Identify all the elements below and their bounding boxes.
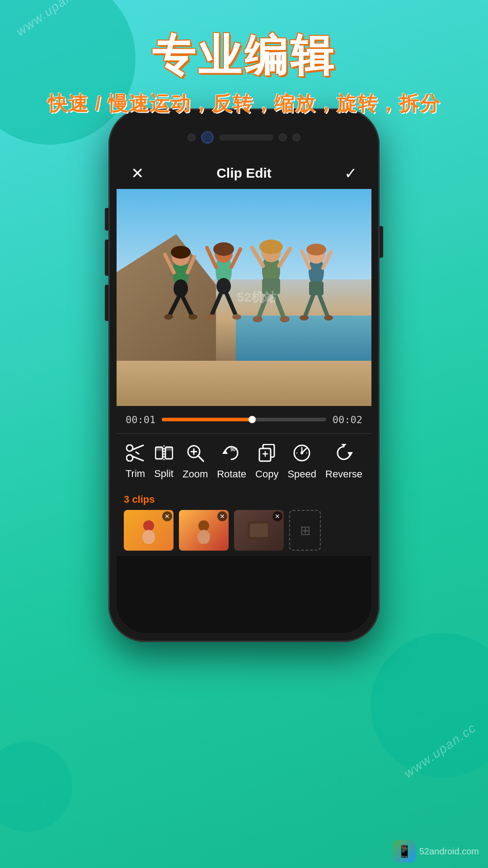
tools-row: Trim Split <box>117 433 371 488</box>
rotate-tool[interactable]: 90° Rotate <box>217 444 246 480</box>
svg-point-33 <box>306 244 326 255</box>
clip-thumb-2[interactable]: ✕ <box>179 510 229 551</box>
clip-1-close[interactable]: ✕ <box>162 511 172 521</box>
phone-status-bar <box>117 118 371 157</box>
svg-point-69 <box>142 530 155 544</box>
svg-point-28 <box>253 316 263 322</box>
copy-label: Copy <box>255 468 278 480</box>
volume-up-button <box>105 208 108 231</box>
phone-outer: ✕ Clip Edit ✓ <box>108 108 380 642</box>
clips-strip: 3 clips ✕ <box>117 488 371 556</box>
silent-button <box>105 285 108 321</box>
speaker <box>219 134 273 141</box>
split-tool[interactable]: Split <box>154 444 174 480</box>
camera-notch <box>188 131 300 144</box>
rotate-icon: 90° <box>222 444 241 465</box>
clips-count: 3 clips <box>124 494 364 505</box>
clip-edit-header: ✕ Clip Edit ✓ <box>117 157 371 189</box>
speed-tool[interactable]: Speed <box>287 444 316 480</box>
front-camera-small-1 <box>188 133 196 142</box>
reverse-label: Reverse <box>325 468 362 480</box>
top-title-area: 专业编辑 快速 / 慢速运动，反转，缩放，旋转，拆分 <box>0 27 488 117</box>
svg-point-1 <box>174 279 188 297</box>
clip-edit-title: Clip Edit <box>216 165 272 181</box>
svg-marker-54 <box>222 449 228 454</box>
svg-line-44 <box>136 452 139 454</box>
svg-line-7 <box>183 297 192 316</box>
brand-logo: 📱 <box>393 840 416 863</box>
clips-row: ✕ ✕ <box>124 510 364 551</box>
speed-label: Speed <box>287 468 316 480</box>
split-icon <box>155 444 173 464</box>
video-preview: 52机站 <box>117 189 371 406</box>
clip-3-close[interactable]: ✕ <box>272 511 282 521</box>
copy-tool[interactable]: Copy <box>255 444 278 480</box>
timeline-bar[interactable]: 00:01 00:02 <box>117 406 371 433</box>
svg-point-68 <box>143 520 154 531</box>
svg-line-17 <box>227 294 236 316</box>
svg-point-18 <box>206 314 215 320</box>
clip-thumb-1[interactable]: ✕ <box>124 510 174 551</box>
zoom-tool[interactable]: Zoom <box>183 444 208 480</box>
video-watermark: 52机站 <box>237 289 277 306</box>
svg-point-71 <box>197 530 210 544</box>
svg-point-38 <box>300 315 309 321</box>
timeline-track[interactable] <box>162 418 326 421</box>
trim-icon <box>126 444 145 464</box>
bottom-brand: 📱 52android.com <box>393 840 479 863</box>
svg-line-51 <box>198 456 203 461</box>
main-title: 专业编辑 <box>0 27 488 86</box>
sub-title: 快速 / 慢速运动，反转，缩放，旋转，拆分 <box>0 90 488 117</box>
time-end: 00:02 <box>333 414 362 425</box>
svg-point-39 <box>324 315 333 321</box>
svg-point-11 <box>216 278 231 294</box>
svg-line-6 <box>169 297 178 316</box>
svg-line-43 <box>132 456 143 461</box>
svg-point-8 <box>164 314 173 320</box>
svg-line-42 <box>132 445 143 450</box>
svg-line-36 <box>305 295 313 316</box>
bg-blob-3 <box>0 741 72 832</box>
zoom-icon <box>186 444 204 465</box>
power-button <box>380 226 383 258</box>
clip-thumb-3[interactable]: ✕ <box>234 510 284 551</box>
front-camera-small-2 <box>279 133 287 142</box>
svg-point-29 <box>280 316 290 322</box>
timeline-progress <box>162 418 252 421</box>
svg-line-37 <box>319 295 328 316</box>
clip-2-close[interactable]: ✕ <box>217 511 227 521</box>
add-clip-button[interactable]: ⊞ <box>289 510 321 551</box>
zoom-label: Zoom <box>183 468 208 480</box>
time-start: 00:01 <box>126 414 155 425</box>
brand-text: 52android.com <box>419 846 479 857</box>
front-camera-main <box>201 131 214 144</box>
confirm-button[interactable]: ✓ <box>344 164 357 182</box>
svg-rect-31 <box>309 282 324 295</box>
reverse-tool[interactable]: Reverse <box>325 444 362 480</box>
copy-icon <box>258 444 276 465</box>
add-clip-icon: ⊞ <box>300 523 310 538</box>
svg-point-70 <box>198 520 209 531</box>
svg-text:90°: 90° <box>230 447 237 452</box>
speed-icon <box>293 444 311 465</box>
trim-label: Trim <box>126 468 145 480</box>
svg-marker-66 <box>347 452 353 457</box>
volume-down-button <box>105 240 108 276</box>
svg-rect-73 <box>250 524 268 537</box>
split-label: Split <box>154 468 174 480</box>
front-camera-small-3 <box>292 133 300 142</box>
svg-rect-48 <box>165 447 173 451</box>
rotate-label: Rotate <box>217 468 246 480</box>
trim-tool[interactable]: Trim <box>126 444 145 480</box>
svg-point-3 <box>171 246 191 259</box>
svg-point-13 <box>213 242 234 256</box>
svg-point-63 <box>300 452 303 454</box>
svg-point-9 <box>188 314 197 320</box>
phone-screen: ✕ Clip Edit ✓ <box>117 118 371 633</box>
close-button[interactable]: ✕ <box>131 164 144 182</box>
svg-point-23 <box>259 240 283 254</box>
svg-point-19 <box>232 314 241 320</box>
timeline-thumb[interactable] <box>249 416 256 423</box>
svg-rect-46 <box>155 447 163 451</box>
phone-mockup: ✕ Clip Edit ✓ <box>108 108 380 642</box>
